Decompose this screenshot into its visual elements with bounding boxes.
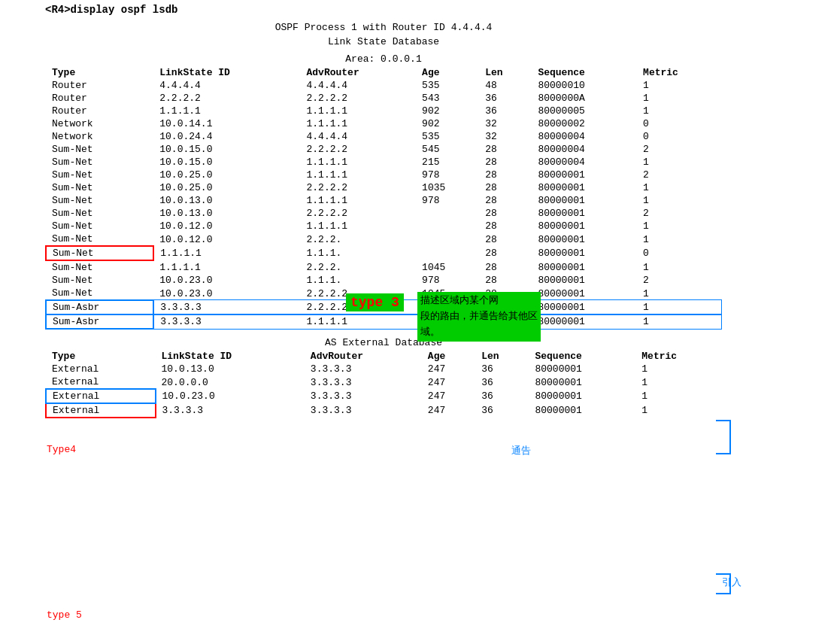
content-area: <R4>display ospf lsdb OSPF Process 1 wit… — [45, 0, 722, 418]
ext-table: Type LinkState ID AdvRouter Age Len Sequ… — [45, 350, 722, 418]
col-type: Type — [46, 66, 153, 79]
ext-col-type: Type — [46, 350, 156, 363]
as-external-header: AS External Database — [45, 337, 722, 348]
main-window: <R4>display ospf lsdb OSPF Process 1 wit… — [0, 0, 840, 638]
type4-annotation: Type4 — [47, 444, 76, 455]
area-label: Area: 0.0.0.1 — [45, 53, 722, 65]
type3-description: 描述区域内某个网段的路由，并通告给其他区域。 — [417, 292, 541, 342]
table-row: Sum-Net10.0.15.02.2.2.254528800000042 — [46, 143, 721, 156]
table-row: Router2.2.2.22.2.2.2543368000000A1 — [46, 92, 721, 105]
command-line: <R4>display ospf lsdb — [45, 4, 722, 16]
ext-col-linkstate: LinkState ID — [156, 350, 305, 363]
ospf-header: OSPF Process 1 with Router ID 4.4.4.4 — [45, 22, 722, 33]
table-header: Type LinkState ID AdvRouter Age Len Sequ… — [46, 66, 721, 79]
table-row: Sum-Net10.0.25.01.1.1.197828800000012 — [46, 169, 721, 181]
table-row: Sum-Net10.0.15.01.1.1.121528800000041 — [46, 156, 721, 169]
col-linkstate: LinkState ID — [153, 66, 300, 79]
table-row: External10.0.13.03.3.3.324736800000011 — [46, 363, 721, 375]
ext-col-metric: Metric — [635, 350, 721, 363]
table-row: External3.3.3.33.3.3.324736800000011 — [46, 403, 721, 418]
ext-bracket — [716, 573, 731, 594]
table-row: Sum-Net10.0.12.02.2.2.28800000011 — [46, 232, 721, 246]
ext-col-age: Age — [422, 350, 475, 363]
table-row: Sum-Net10.0.23.01.1.1.97828800000012 — [46, 274, 721, 287]
sum-asbr-bracket — [716, 420, 731, 454]
ext-col-sequence: Sequence — [529, 350, 635, 363]
table-row: Sum-Net10.0.13.02.2.2.228800000012 — [46, 207, 721, 220]
ext-col-advrouter: AdvRouter — [305, 350, 422, 363]
table-row: Sum-Net10.0.25.02.2.2.2103528800000011 — [46, 181, 721, 194]
table-row: Router1.1.1.11.1.1.190236800000051 — [46, 105, 721, 117]
ext-col-len: Len — [475, 350, 529, 363]
col-age: Age — [416, 66, 479, 79]
table-row: Sum-Net10.0.12.01.1.1.128800000011 — [46, 220, 721, 232]
col-len: Len — [479, 66, 532, 79]
type5-annotation: type 5 — [47, 609, 82, 621]
lsdb-header: Link State Database — [45, 36, 722, 47]
tongbao-annotation: 通告 — [511, 444, 531, 457]
table-row: Network10.0.24.44.4.4.453532800000040 — [46, 130, 721, 143]
table-row: Sum-Net1.1.1.12.2.2.104528800000011 — [46, 260, 721, 274]
table-row: Sum-Net1.1.1.11.1.1.28800000010 — [46, 246, 721, 260]
col-advrouter: AdvRouter — [301, 66, 417, 79]
type3-label: type 3 — [346, 293, 404, 311]
table-row: Sum-Net10.0.13.01.1.1.197828800000011 — [46, 194, 721, 207]
table-row: Router4.4.4.44.4.4.453548800000101 — [46, 79, 721, 92]
col-sequence: Sequence — [532, 66, 637, 79]
table-row: Network10.0.14.11.1.1.190232800000020 — [46, 117, 721, 130]
col-metric: Metric — [637, 66, 721, 79]
table-row: External10.0.23.03.3.3.324736800000011 — [46, 389, 721, 403]
table-row: External20.0.0.03.3.3.324736800000011 — [46, 375, 721, 389]
lsdb-table: Type LinkState ID AdvRouter Age Len Sequ… — [45, 66, 722, 330]
table-row: Sum-Asbr3.3.3.31.1.1.124628800000011 — [46, 314, 721, 329]
ext-table-header: Type LinkState ID AdvRouter Age Len Sequ… — [46, 350, 721, 363]
